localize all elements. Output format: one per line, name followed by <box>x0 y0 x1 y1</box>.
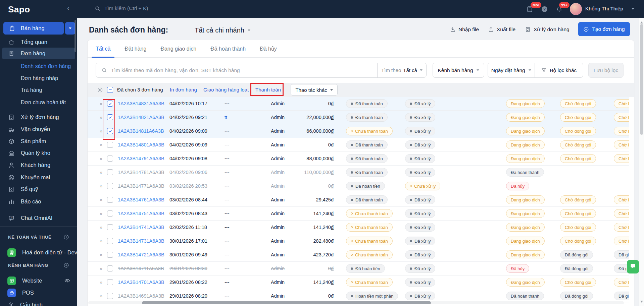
payment-link[interactable]: Thanh toán <box>255 87 281 93</box>
sidebar-item-san-pham[interactable]: Sản phẩm <box>2 135 75 147</box>
order-link[interactable]: 1A2A3B14771A6A3B <box>118 183 164 189</box>
order-link[interactable]: 1A2A3B14801A6A3B <box>118 142 164 147</box>
expand-row-icon[interactable]: » <box>100 156 102 161</box>
row-checkbox[interactable] <box>107 128 113 134</box>
order-link[interactable]: 1A2A3B14741A6A3B <box>118 225 164 230</box>
order-search-input[interactable] <box>111 67 326 73</box>
order-date-filter-dropdown[interactable]: Ngày đặt hàng <box>488 63 535 77</box>
sidebar-item-danh-sach-don-hang[interactable]: Danh sách đơn hàng <box>2 60 75 72</box>
channel-filter-dropdown[interactable]: Kênh bán hàng <box>433 63 484 78</box>
expand-row-icon[interactable]: » <box>100 280 102 285</box>
vertical-scrollbar-thumb[interactable] <box>640 24 643 135</box>
more-filters-button[interactable]: Bộ lọc khác <box>535 63 583 77</box>
row-checkbox[interactable] <box>107 142 113 148</box>
chat-fab-button[interactable] <box>627 260 639 273</box>
create-order-button[interactable]: Tạo đơn hàng <box>578 22 630 36</box>
expand-row-icon[interactable]: » <box>100 238 102 244</box>
sidebar-item-xu-ly-don-hang[interactable]: Xử lý đơn hàng <box>2 111 75 123</box>
global-search[interactable] <box>95 5 363 11</box>
row-checkbox[interactable] <box>107 238 113 244</box>
sidebar-item-so-quy[interactable]: Sổ quỹ <box>2 183 75 195</box>
horizontal-scrollbar[interactable] <box>142 301 431 304</box>
sidebar-item-tong-quan[interactable]: Tổng quan <box>2 36 75 48</box>
sidebar-scrollbar[interactable] <box>75 20 76 52</box>
order-note[interactable]: tt <box>225 115 227 120</box>
branch-selector[interactable]: Tất cả chi nhánh <box>195 26 250 34</box>
tab-tat-ca[interactable]: Tất cả <box>96 40 110 58</box>
row-checkbox[interactable] <box>107 169 113 175</box>
more-actions-button[interactable]: Thao tác khác <box>291 84 338 96</box>
sidebar-item-hoa-don-dien-tu[interactable]: Hoá đơn điện tử - Dev <box>2 247 75 258</box>
expand-row-icon[interactable]: » <box>100 128 102 134</box>
order-link[interactable]: 1A2A3B14761A6A3B <box>118 197 164 202</box>
tab-dang-giao-dich[interactable]: Đang giao dịch <box>160 40 196 58</box>
tab-da-huy[interactable]: Đã hủy <box>260 40 277 58</box>
sidebar-item-van-chuyen[interactable]: Vận chuyển <box>2 123 75 135</box>
expand-row-icon[interactable]: » <box>100 115 102 120</box>
global-search-input[interactable] <box>104 5 339 11</box>
row-checkbox[interactable] <box>107 252 113 258</box>
sidebar-collapse-icon[interactable]: ‹ <box>67 4 69 12</box>
export-file-button[interactable]: Xuất file <box>488 26 515 33</box>
tab-dat-hang[interactable]: Đặt hàng <box>125 40 146 58</box>
row-checkbox[interactable] <box>107 156 113 162</box>
order-link[interactable]: 1A2A3B14821A6A3B <box>118 115 164 120</box>
row-checkbox[interactable] <box>107 114 113 120</box>
order-link[interactable]: 1A2A3B14701A6A3B <box>118 280 164 285</box>
print-orders-link[interactable]: In đơn hàng <box>170 87 197 93</box>
order-link[interactable]: 1A2A3B14721A6A3B <box>118 252 164 257</box>
sidebar-item-khuyen-mai[interactable]: Khuyến mại <box>2 172 75 183</box>
scroll-down-arrow-icon[interactable] <box>640 301 643 304</box>
scroll-up-arrow-icon[interactable] <box>640 20 643 23</box>
order-link[interactable]: 1A2A3B14811A6A3B <box>118 128 164 134</box>
row-checkbox[interactable] <box>107 183 113 189</box>
vertical-scrollbar[interactable] <box>639 18 644 306</box>
expand-row-icon[interactable]: » <box>100 170 102 175</box>
sidebar-item-don-hang-nhap[interactable]: Đơn hàng nháp <box>2 72 75 84</box>
expand-row-icon[interactable]: » <box>100 266 102 271</box>
order-link[interactable]: 1A2A3B14781A6A3B <box>118 170 164 175</box>
sidebar-item-website[interactable]: Website <box>2 275 75 287</box>
sidebar-item-don-hang[interactable]: Đơn hàng <box>2 48 75 59</box>
expand-row-icon[interactable]: » <box>100 225 102 230</box>
row-checkbox[interactable] <box>107 265 113 271</box>
expand-row-icon[interactable]: » <box>100 142 102 147</box>
ban-hang-dropdown-button[interactable] <box>65 22 75 35</box>
expand-row-icon[interactable]: » <box>100 211 102 216</box>
sidebar-item-pos[interactable]: POS <box>2 287 75 299</box>
column-settings-gear-icon[interactable] <box>97 87 103 93</box>
sidebar-item-bao-cao[interactable]: Báo cáo <box>2 196 75 207</box>
user-name[interactable]: Khổng Thị Thiệp <box>585 6 623 12</box>
add-channel-icon[interactable] <box>63 262 69 268</box>
order-link[interactable]: 1A2A3B14731A6A3B <box>118 238 164 244</box>
help-icon[interactable]: ? <box>541 6 548 13</box>
expand-row-icon[interactable]: » <box>100 197 102 202</box>
sidebar-item-ban-hang[interactable]: Bán hàng <box>3 22 64 35</box>
bulk-ship-link[interactable]: Giao hàng hàng loạt <box>203 87 249 93</box>
visibility-eye-icon[interactable] <box>64 278 70 284</box>
row-checkbox[interactable] <box>107 279 113 285</box>
order-link[interactable]: 1A2A3B14711A6A3B <box>118 266 164 271</box>
add-channel-icon[interactable] <box>63 234 69 240</box>
row-checkbox[interactable] <box>107 101 113 107</box>
sidebar-item-quan-ly-kho[interactable]: Quản lý kho <box>2 147 75 159</box>
sidebar-item-don-chua-hoan-tat[interactable]: Đơn chưa hoàn tất <box>2 97 75 108</box>
expand-row-icon[interactable]: » <box>100 183 102 189</box>
sidebar-item-khach-hang[interactable]: Khách hàng <box>2 159 75 171</box>
sidebar-item-chat-omniai[interactable]: AIChat OmniAI <box>2 212 75 224</box>
order-link[interactable]: 1A2A3B14791A6A3B <box>118 156 164 161</box>
select-all-checkbox[interactable] <box>107 87 113 93</box>
order-link[interactable]: 1A2A3B14751A6A3B <box>118 211 164 216</box>
save-filter-button[interactable]: Lưu bộ lọc <box>588 63 624 78</box>
row-checkbox[interactable] <box>107 293 113 299</box>
row-checkbox[interactable] <box>107 210 113 217</box>
import-file-button[interactable]: Nhập file <box>450 26 479 33</box>
order-link[interactable]: 1A2A3B14831A6A3B <box>118 101 164 106</box>
sidebar-item-tra-hang[interactable]: Trả hàng <box>2 84 75 96</box>
row-checkbox[interactable] <box>107 197 113 203</box>
order-link[interactable]: 1A2A3B14691A6A3B <box>118 293 164 299</box>
search-by-dropdown[interactable]: Tìm theo Tất cả <box>377 63 426 77</box>
sidebar-item-cau-hinh[interactable]: Cấu hình <box>2 299 75 306</box>
user-avatar[interactable] <box>570 3 582 15</box>
expand-row-icon[interactable]: » <box>100 293 102 299</box>
